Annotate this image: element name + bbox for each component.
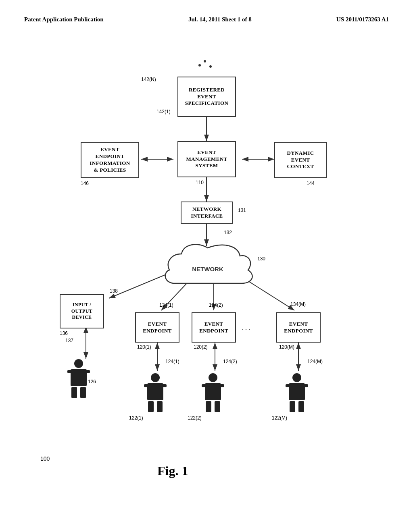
ref-124-2: 124(2)	[223, 359, 237, 364]
header-center: Jul. 14, 2011 Sheet 1 of 8	[188, 16, 252, 23]
event-endpoint-info-box: EVENT ENDPOINT INFORMATION & POLICIES	[81, 142, 139, 178]
svg-rect-42	[290, 401, 295, 412]
ref-124-1: 124(1)	[165, 359, 179, 364]
ref-110: 110	[196, 180, 204, 185]
event-management-box: EVENT MANAGEMENT SYSTEM	[177, 141, 236, 177]
ref-120-2: 120(2)	[194, 344, 208, 350]
ref-144: 144	[307, 181, 315, 186]
ref-134-m: 134(M)	[290, 301, 306, 307]
figure-label: Fig. 1	[157, 463, 188, 478]
person-126	[67, 359, 91, 399]
svg-rect-23	[84, 370, 90, 373]
event-endpoint-m-box: EVENT ENDPOINT	[276, 312, 321, 343]
svg-rect-36	[206, 401, 211, 412]
svg-rect-22	[67, 370, 73, 373]
ref-134-2: 134(2)	[209, 302, 223, 308]
registered-event-box: REGISTERED EVENT SPECIFICATION	[177, 77, 236, 117]
svg-rect-30	[148, 401, 154, 412]
svg-text:NETWORK: NETWORK	[192, 266, 223, 272]
ref-146: 146	[81, 181, 89, 186]
header-left: Patent Application Publication	[24, 16, 104, 23]
event-endpoint-2-box: EVENT ENDPOINT	[192, 312, 236, 343]
svg-rect-41	[302, 384, 308, 387]
svg-rect-29	[161, 384, 167, 387]
svg-point-38	[292, 373, 301, 382]
ref-122-m: 122(M)	[272, 415, 287, 421]
svg-point-26	[151, 373, 160, 382]
event-endpoint-1-box: EVENT ENDPOINT	[135, 312, 179, 343]
svg-rect-40	[286, 384, 291, 387]
dynamic-event-context-box: DYNAMIC EVENT CONTEXT	[274, 142, 327, 178]
svg-point-4	[204, 60, 206, 62]
ref-132: 132	[224, 230, 232, 235]
svg-rect-31	[157, 401, 163, 412]
svg-rect-24	[71, 387, 77, 398]
svg-rect-37	[215, 401, 220, 412]
svg-rect-34	[202, 384, 207, 387]
ref-120-1: 120(1)	[137, 344, 151, 350]
ref-137: 137	[65, 338, 73, 343]
svg-rect-28	[144, 384, 150, 387]
input-output-box: INPUT / OUTPUT DEVICE	[60, 294, 104, 328]
svg-rect-35	[219, 384, 224, 387]
ref-131: 131	[238, 208, 246, 213]
person-122-m	[285, 373, 309, 413]
ref-122-1: 122(1)	[129, 415, 143, 421]
dots-endpoints: ···	[242, 326, 252, 334]
ref-142-n: 142(N)	[141, 77, 156, 82]
network-cloud: NETWORK	[161, 240, 254, 292]
ref-122-2: 122(2)	[188, 415, 202, 421]
svg-rect-25	[80, 387, 86, 398]
svg-rect-43	[298, 401, 304, 412]
person-122-1	[143, 373, 167, 413]
person-122-2	[201, 373, 225, 413]
svg-point-3	[198, 64, 201, 66]
svg-point-32	[209, 373, 217, 382]
ref-138: 138	[110, 288, 118, 294]
ref-100: 100	[40, 455, 50, 462]
ref-130: 130	[257, 256, 265, 262]
ref-134-1: 134(1)	[159, 302, 173, 308]
ref-142-1: 142(1)	[156, 109, 171, 114]
header-right: US 2011/0173263 A1	[336, 16, 389, 23]
svg-point-20	[74, 359, 83, 368]
ref-120-m: 120(M)	[279, 344, 294, 350]
ref-136: 136	[60, 330, 68, 336]
ref-126: 126	[88, 379, 96, 384]
ref-124-m: 124(M)	[307, 359, 323, 364]
network-interface-box: NETWORK INTERFACE	[181, 202, 233, 224]
svg-point-5	[209, 65, 212, 68]
